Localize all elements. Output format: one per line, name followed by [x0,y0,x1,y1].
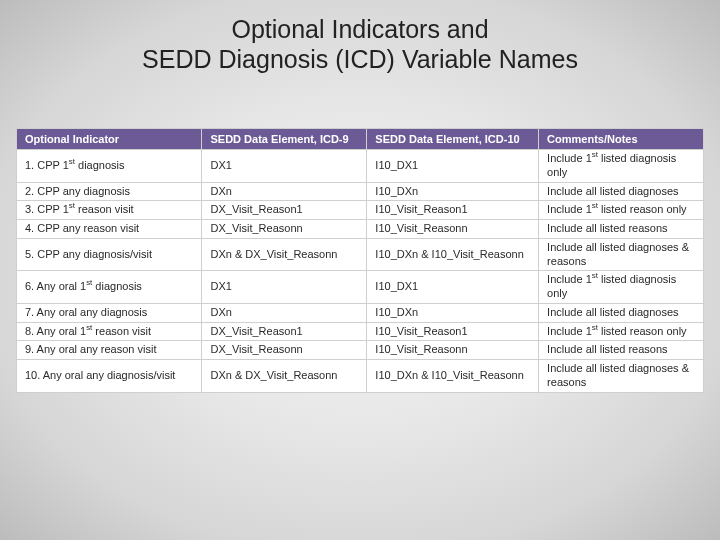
header-icd9: SEDD Data Element, ICD-9 [202,129,367,150]
cell-indicator: 2. CPP any diagnosis [17,182,202,201]
slide: Optional Indicators and SEDD Diagnosis (… [0,0,720,540]
cell-icd10: I10_DXn [367,182,539,201]
table-row: 1. CPP 1st diagnosis DX1 I10_DX1 Include… [17,150,704,183]
variable-names-table: Optional Indicator SEDD Data Element, IC… [16,128,704,393]
cell-notes: Include all listed reasons [539,341,704,360]
table-row: 9. Any oral any reason visit DX_Visit_Re… [17,341,704,360]
table-header-row: Optional Indicator SEDD Data Element, IC… [17,129,704,150]
cell-icd10: I10_Visit_Reason1 [367,201,539,220]
cell-icd9: DXn [202,303,367,322]
cell-indicator: 6. Any oral 1st diagnosis [17,271,202,304]
cell-indicator: 10. Any oral any diagnosis/visit [17,360,202,393]
table-row: 2. CPP any diagnosis DXn I10_DXn Include… [17,182,704,201]
cell-notes: Include all listed diagnoses & reasons [539,238,704,271]
page-title: Optional Indicators and SEDD Diagnosis (… [0,14,720,74]
cell-icd10: I10_DX1 [367,150,539,183]
cell-notes: Include all listed reasons [539,220,704,239]
table-body: 1. CPP 1st diagnosis DX1 I10_DX1 Include… [17,150,704,393]
cell-notes: Include all listed diagnoses [539,182,704,201]
table-row: 8. Any oral 1st reason visit DX_Visit_Re… [17,322,704,341]
cell-icd9: DX1 [202,150,367,183]
header-optional-indicator: Optional Indicator [17,129,202,150]
cell-icd10: I10_DXn [367,303,539,322]
cell-icd9: DXn & DX_Visit_Reasonn [202,360,367,393]
cell-indicator: 3. CPP 1st reason visit [17,201,202,220]
header-icd10: SEDD Data Element, ICD-10 [367,129,539,150]
cell-indicator: 9. Any oral any reason visit [17,341,202,360]
cell-icd10: I10_DX1 [367,271,539,304]
table-row: 10. Any oral any diagnosis/visit DXn & D… [17,360,704,393]
cell-icd9: DX_Visit_Reason1 [202,322,367,341]
title-line-1: Optional Indicators and [231,15,488,43]
table-row: 6. Any oral 1st diagnosis DX1 I10_DX1 In… [17,271,704,304]
cell-icd9: DXn & DX_Visit_Reasonn [202,238,367,271]
cell-indicator: 1. CPP 1st diagnosis [17,150,202,183]
cell-indicator: 8. Any oral 1st reason visit [17,322,202,341]
cell-icd10: I10_DXn & I10_Visit_Reasonn [367,360,539,393]
cell-icd10: I10_Visit_Reasonn [367,220,539,239]
cell-icd10: I10_DXn & I10_Visit_Reasonn [367,238,539,271]
cell-notes: Include 1st listed diagnosis only [539,271,704,304]
table-row: 3. CPP 1st reason visit DX_Visit_Reason1… [17,201,704,220]
cell-icd9: DX_Visit_Reasonn [202,341,367,360]
table-row: 4. CPP any reason visit DX_Visit_Reasonn… [17,220,704,239]
cell-notes: Include all listed diagnoses [539,303,704,322]
cell-icd9: DXn [202,182,367,201]
cell-icd9: DX1 [202,271,367,304]
cell-indicator: 7. Any oral any diagnosis [17,303,202,322]
cell-notes: Include 1st listed reason only [539,201,704,220]
table-row: 5. CPP any diagnosis/visit DXn & DX_Visi… [17,238,704,271]
table-row: 7. Any oral any diagnosis DXn I10_DXn In… [17,303,704,322]
cell-icd9: DX_Visit_Reasonn [202,220,367,239]
cell-icd9: DX_Visit_Reason1 [202,201,367,220]
cell-indicator: 5. CPP any diagnosis/visit [17,238,202,271]
cell-icd10: I10_Visit_Reasonn [367,341,539,360]
cell-indicator: 4. CPP any reason visit [17,220,202,239]
header-notes: Comments/Notes [539,129,704,150]
cell-notes: Include all listed diagnoses & reasons [539,360,704,393]
cell-notes: Include 1st listed diagnosis only [539,150,704,183]
cell-icd10: I10_Visit_Reason1 [367,322,539,341]
cell-notes: Include 1st listed reason only [539,322,704,341]
table-container: Optional Indicator SEDD Data Element, IC… [16,128,704,393]
title-line-2: SEDD Diagnosis (ICD) Variable Names [142,45,578,73]
